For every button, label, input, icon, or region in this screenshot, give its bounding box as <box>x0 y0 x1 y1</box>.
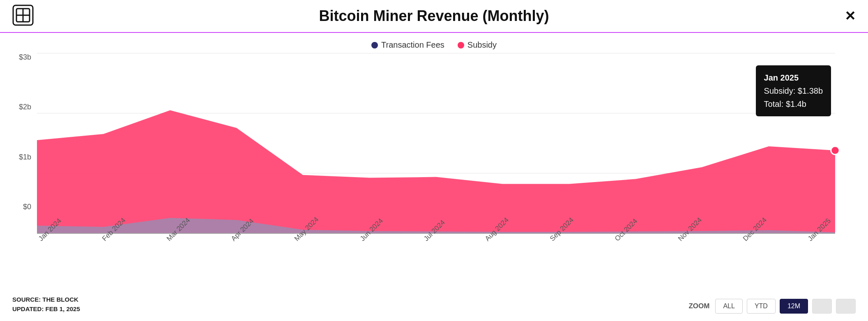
y-label-2b: $2b <box>19 103 31 111</box>
legend-item-transaction-fees: Transaction Fees <box>371 40 444 50</box>
zoom-label: ZOOM <box>688 302 709 310</box>
y-axis: $3b $2b $1b $0 <box>0 53 37 234</box>
header: Bitcoin Miner Revenue (Monthly) ✕ <box>0 0 868 33</box>
zoom-prev1-button[interactable] <box>812 299 832 314</box>
chart-svg <box>37 53 835 233</box>
legend-item-subsidy: Subsidy <box>458 40 497 50</box>
zoom-12m-button[interactable]: 12M <box>780 299 808 314</box>
chart-plot: Jan 2025 Subsidy: $1.38b Total: $1.4b <box>37 53 835 234</box>
y-label-3b: $3b <box>19 53 31 62</box>
source-label: SOURCE: THE BLOCK <box>12 295 80 305</box>
y-label-0: $0 <box>23 203 31 211</box>
subsidy-area <box>37 110 835 233</box>
y-label-1b: $1b <box>19 153 31 162</box>
zoom-ytd-button[interactable]: YTD <box>747 299 776 314</box>
legend-label-subsidy: Subsidy <box>467 40 497 50</box>
zoom-prev2-button[interactable] <box>836 299 856 314</box>
footer: SOURCE: THE BLOCK UPDATED: FEB 1, 2025 <box>12 295 80 314</box>
chart-legend: Transaction Fees Subsidy <box>0 33 868 53</box>
zoom-all-button[interactable]: ALL <box>715 299 742 314</box>
chart-area: $3b $2b $1b $0 <box>0 53 868 259</box>
x-axis: Jan 2024 Feb 2024 Mar 2024 Apr 2024 May … <box>37 234 835 256</box>
legend-dot-subsidy <box>458 42 464 48</box>
legend-label-transaction-fees: Transaction Fees <box>381 40 444 50</box>
close-button[interactable]: ✕ <box>845 9 856 23</box>
tooltip-dot <box>831 146 839 155</box>
updated-label: UPDATED: FEB 1, 2025 <box>12 305 80 314</box>
zoom-controls: ZOOM ALL YTD 12M <box>688 299 856 314</box>
logo <box>12 5 34 28</box>
page-title: Bitcoin Miner Revenue (Monthly) <box>319 7 549 25</box>
legend-dot-transaction-fees <box>371 42 378 48</box>
